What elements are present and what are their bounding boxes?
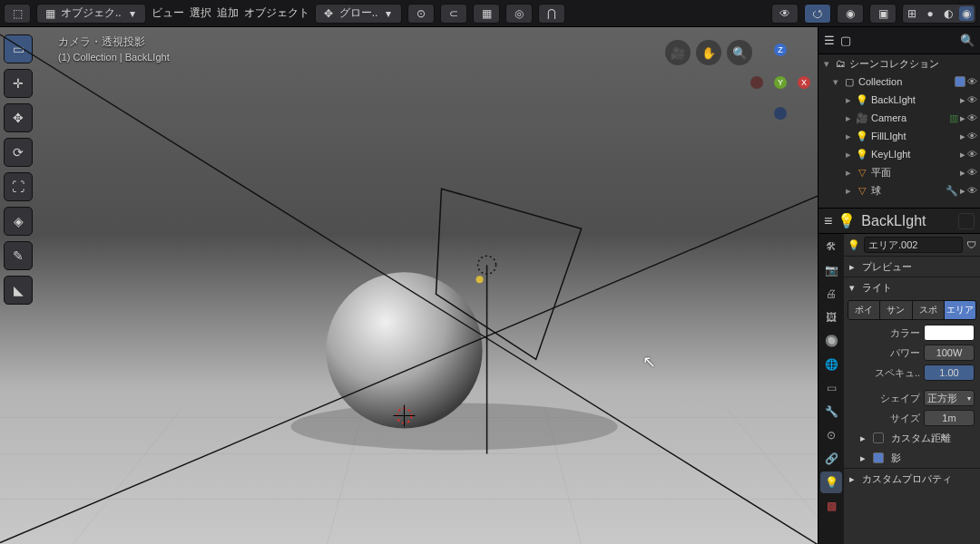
properties-tabs: 🛠 📷 🖨 🖼 🔘 🌐 ▭ 🔧 ⊙ 🔗 💡 ▩ [818,234,844,544]
active-object-label: BackLIght [861,213,953,229]
panel-light[interactable]: ▾ライト [844,277,980,297]
light-shape-dropdown[interactable]: 正方形▾ [924,390,975,406]
datablock-crumb: 💡 エリア.002 🛡 [844,234,980,256]
pivot-icon: ⊙ [414,6,428,21]
visibility-dropdown[interactable]: 👁 [771,4,799,24]
snap-toggle[interactable]: ⊂ [440,4,467,24]
svg-line-6 [727,408,818,517]
outliner-editor-icon[interactable]: ☰ [824,34,835,47]
menu-view[interactable]: ビュー [152,5,184,21]
outliner-item[interactable]: ▸💡BackLIght▸👁 [818,91,980,109]
xray-icon: ▣ [876,6,890,21]
outliner-header: ☰ ▢ 🔍 [818,27,980,54]
light-type-spot[interactable]: スポ [913,301,945,319]
search-icon[interactable]: 🔍 [960,34,975,47]
light-specular-input[interactable]: 1.00 [924,364,975,381]
falloff-dropdown[interactable]: ⋂ [538,4,565,24]
tab-render[interactable]: 📷 [820,259,842,281]
tab-tool[interactable]: 🛠 [820,236,842,257]
light-type-sun[interactable]: サン [880,301,912,319]
outliner[interactable]: ▾🗂 シーンコレクション ▾▢Collection👁▸💡BackLIght▸👁▸… [818,54,980,209]
light-size-input[interactable]: 1m [924,410,975,426]
chevron-down-icon: ▾ [125,6,140,21]
tab-world[interactable]: 🌐 [820,354,842,375]
tab-physics[interactable]: ⊙ [820,424,842,446]
falloff-icon: ⋂ [544,6,559,21]
light-datablock-icon: 💡 [848,239,860,251]
snap-target-icon: ▦ [479,6,494,21]
display-mode-icon[interactable]: ▢ [840,34,851,47]
light-type-point[interactable]: ポイ [848,301,880,319]
light-type-buttons: ポイ サン スポ エリア [848,300,976,320]
datablock-name-input[interactable]: エリア.002 [864,237,963,253]
editor-type-dropdown[interactable]: ⬚ [4,4,31,24]
mode-dropdown[interactable]: ▦オブジェク..▾ [36,4,146,24]
shading-modes[interactable]: ⊞ ● ◐ ◉ [902,4,976,24]
overlay-icon: ◉ [843,6,858,21]
top-header: ⬚ ▦オブジェク..▾ ビュー 選択 追加 オブジェクト ✥グロー..▾ ⊙ ⊂… [0,0,980,27]
panel-custom-distance[interactable]: ▸カスタム距離 [844,428,980,448]
outliner-item[interactable]: ▸💡FillLIght▸👁 [818,127,980,145]
tab-object[interactable]: ▭ [820,377,842,399]
svg-line-13 [0,34,818,544]
mode-label: オブジェク.. [61,5,122,21]
solid-shading-icon[interactable]: ● [923,6,937,21]
properties-header: ≡ 💡 BackLIght [818,209,980,234]
overlays-toggle[interactable]: ◉ [837,4,864,24]
tab-constraint[interactable]: 🔗 [820,448,842,470]
properties-panel[interactable]: 💡 エリア.002 🛡 ▸プレビュー ▾ライト ポイ サン [844,234,980,544]
svg-line-3 [73,408,181,544]
proportional-icon: ◎ [512,6,526,21]
outliner-scene-collection[interactable]: ▾🗂 シーンコレクション [818,54,980,73]
gizmo-icon: ⭯ [810,6,825,21]
tab-texture[interactable]: ▩ [820,495,842,517]
outliner-item[interactable]: ▸▽平面▸👁 [818,163,980,181]
outliner-item[interactable]: ▸▽球🔧▸👁 [818,181,980,199]
outliner-item[interactable]: ▸💡KeyLIght▸👁 [818,145,980,163]
tab-scene[interactable]: 🔘 [820,330,842,352]
proportional-edit[interactable]: ◎ [505,4,533,24]
magnet-icon: ⊂ [446,6,461,21]
light-power-input[interactable]: 100W [924,345,975,361]
object-mode-icon: ▦ [43,6,57,21]
orientation-icon: ✥ [321,6,336,21]
tab-viewlayer[interactable]: 🖼 [820,306,842,328]
xray-toggle[interactable]: ▣ [869,4,897,24]
rendered-shading-icon[interactable]: ◉ [959,6,974,21]
scene-overlay [0,27,818,544]
tab-data[interactable]: 💡 [820,471,842,493]
panel-shadow[interactable]: ▸影 [844,448,980,468]
pin-icon[interactable] [958,213,975,229]
wireframe-shading-icon[interactable]: ⊞ [905,6,919,21]
right-sidebar: ☰ ▢ 🔍 ▾🗂 シーンコレクション ▾▢Collection👁▸💡BackLI… [818,27,980,544]
menu-select[interactable]: 選択 [190,5,211,21]
grid-icon: ⬚ [10,6,24,21]
menu-object[interactable]: オブジェクト [244,5,309,21]
snap-target[interactable]: ▦ [473,4,500,24]
svg-point-12 [476,276,484,283]
panel-custom-props[interactable]: ▸カスタムプロパティ [844,469,980,489]
shield-icon[interactable]: 🛡 [966,239,976,250]
3d-viewport[interactable]: ▭ ✛ ✥ ⟳ ⛶ ◈ ✎ ◣ カメラ・透視投影 (1) Collection … [0,27,818,544]
light-color-swatch[interactable] [924,325,975,341]
menu-add[interactable]: 追加 [217,5,239,21]
outliner-item[interactable]: ▾▢Collection👁 [818,73,980,91]
orientation-dropdown[interactable]: ✥グロー..▾ [315,4,403,24]
tab-modifier[interactable]: 🔧 [820,401,842,423]
tab-output[interactable]: 🖨 [820,283,842,305]
chevron-down-icon: ▾ [381,6,396,21]
properties-editor-icon[interactable]: ≡ [824,213,832,229]
eye-icon: 👁 [778,6,792,21]
svg-line-14 [0,196,818,542]
gizmo-toggle[interactable]: ⭯ [804,4,831,24]
matprev-shading-icon[interactable]: ◐ [941,6,956,21]
light-icon: 💡 [838,212,856,229]
outliner-item[interactable]: ▸🎥Camera▥▸👁 [818,109,980,127]
pivot-dropdown[interactable]: ⊙ [407,4,435,24]
panel-preview[interactable]: ▸プレビュー [844,257,980,277]
light-type-area[interactable]: エリア [945,301,975,319]
